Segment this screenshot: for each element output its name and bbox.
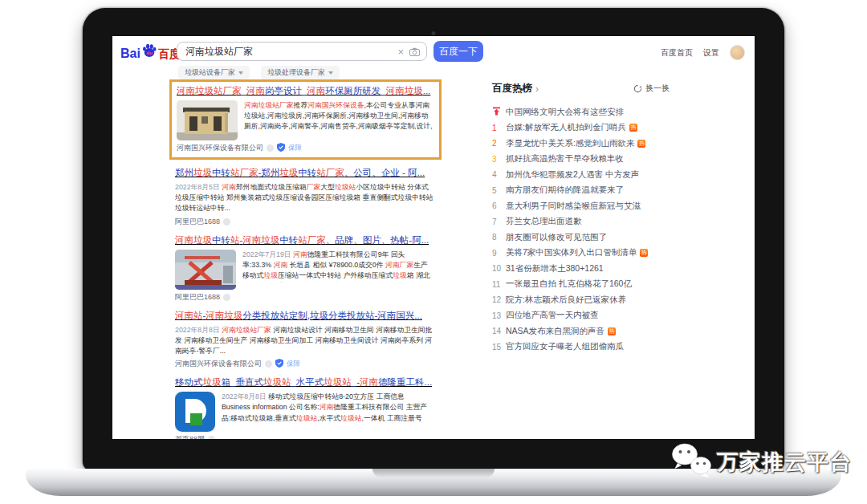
link-baidu-home[interactable]: 百度首页 [661, 47, 693, 59]
result-title-link[interactable]: 河南垃圾中转站-河南垃圾中转站厂家、品牌、图片、热帖-阿... [175, 234, 434, 246]
text-segment: 厂家 [307, 183, 321, 191]
filter-chip[interactable]: 垃圾处理设备厂家 [261, 66, 340, 79]
hot-item-text: 31省份新增本土380+1261 [506, 263, 604, 274]
chevron-down-icon [328, 71, 333, 75]
hot-badge-icon: 热 [640, 249, 648, 257]
result-source-name: 首页88网 [175, 434, 205, 439]
filter-chip[interactable]: 垃圾站设备厂家 [178, 66, 250, 79]
text-segment: 压缩站一体式中转站 户外移动压缩式 [278, 271, 393, 279]
hot-search-item[interactable]: 15官方回应女子曝老人组团偷南瓜 [492, 339, 733, 356]
result-thumbnail[interactable] [177, 100, 238, 140]
hot-search-item[interactable]: 13四位地产高管一天内被查 [492, 308, 733, 324]
result-source: 首页88网 [175, 434, 434, 439]
results-list: 河南垃圾站厂家_河南岗亭设计_河南环保厕所研发_河南垃圾...河南垃圾站厂家推荐… [175, 79, 434, 439]
hot-search-item[interactable]: 14NASA发布来自黑洞的声音热 [492, 323, 733, 339]
hot-search-title[interactable]: 百度热榜 [492, 82, 532, 96]
hot-item-text: 官方回应女子曝老人组团偷南瓜 [506, 341, 624, 352]
text-segment: 河南垃圾站厂家 [222, 326, 271, 334]
text-segment: 垃圾站 [340, 414, 361, 422]
text-segment: 垃圾 [193, 168, 212, 177]
text-segment: 站厂家 [230, 168, 258, 177]
hot-item-text: 美将7家中国实体列入出口管制清单 [506, 247, 637, 258]
shield-icon [275, 359, 283, 369]
hot-search-item[interactable]: 5南方朋友们期待的降温就要来了 [492, 183, 733, 199]
result-source: 河南国兴环保设备有限公司保障 [175, 359, 434, 369]
result-title-link[interactable]: 移动式垃圾箱_垂直式垃圾站_水平式垃圾站_-河南德隆重工科... [175, 376, 434, 388]
text-segment: 河南 [360, 377, 378, 387]
hot-rank: 2 [492, 139, 506, 148]
result-source: 河南国兴环保设备有限公司保障 [177, 143, 434, 153]
hot-search-item[interactable]: 12院方:林志颖术后良好已返家休养 [492, 292, 733, 308]
result-description: 2022年8月8日 河南垃圾站厂家 河南垃圾站设计 河南移动卫生间 河南移动卫生… [175, 325, 434, 357]
refresh-button[interactable]: 换一换 [633, 83, 670, 94]
result-thumbnail[interactable] [175, 392, 215, 432]
text-segment: 垃圾 [393, 271, 407, 279]
camera-icon[interactable] [409, 47, 426, 56]
laptop-lid-notch [372, 469, 495, 478]
webcam-dot-icon [432, 31, 436, 35]
hot-rank: 11 [492, 280, 506, 289]
hot-search-item[interactable]: 8朋友圈可以修改可见范围了 [492, 230, 733, 246]
text-segment: ,水平式 [317, 414, 340, 422]
text-segment: 岗亭设计 [265, 86, 302, 96]
result-source-name: 河南国兴环保设备有限公司 [175, 359, 262, 369]
search-result: 河南站-河南垃圾分类投放站定制,垃圾分类投放站-河南国兴...2022年8月8日… [175, 310, 434, 370]
search-result-highlighted: 河南垃圾站厂家_河南岗亭设计_河南环保厕所研发_河南垃圾...河南垃圾站厂家推荐… [169, 79, 442, 160]
avatar[interactable] [730, 45, 745, 60]
hot-search-item[interactable]: 中国网络文明大会将有这些安排 [492, 104, 733, 120]
hot-item-text: 朋友圈可以修改可见范围了 [506, 232, 607, 243]
text-segment: 河南 [307, 86, 325, 96]
text-segment: 河南 [274, 261, 288, 269]
text-segment: 垃圾站 [263, 377, 291, 387]
hot-search-item[interactable]: 2李显龙忧中美关系:感觉到山雨欲来热 [492, 136, 733, 152]
browser-screen: Bai du 百度 河南垃圾站厂家 × 百度一下 百度首页 设置 垃圾站设备厂家… [112, 36, 755, 439]
hot-rank: 14 [492, 327, 506, 335]
hot-item-text: 院方:林志颖术后良好已返家休养 [506, 295, 626, 306]
hot-search-item[interactable]: 1台媒:解放军无人机拍到金门哨兵热 [492, 120, 733, 136]
result-title-link[interactable]: 郑州垃圾中转站厂家-郑州垃圾中转站厂家、公司、企业 - 阿... [175, 167, 434, 179]
page: Bai du 百度 河南垃圾站厂家 × 百度一下 百度首页 设置 垃圾站设备厂家… [0, 0, 867, 504]
hot-rank: 8 [492, 233, 506, 242]
text-segment: 推荐 [294, 101, 308, 109]
result-title-link[interactable]: 河南垃圾站厂家_河南岗亭设计_河南环保厕所研发_河南垃圾... [177, 85, 434, 97]
search-result: 郑州垃圾中转站厂家-郑州垃圾中转站厂家、公司、企业 - 阿...2022年8月5… [175, 167, 434, 227]
hot-search-panel: 百度热榜 › 换一换 中国网络文明大会将有这些安排1台媒:解放军无人机拍到金门哨… [492, 82, 733, 355]
result-body: 2022年8月8日 河南垃圾站厂家 河南垃圾站设计 河南移动卫生间 河南移动卫生… [175, 325, 434, 357]
text-segment: 河南 [293, 250, 307, 258]
hot-item-text: 李显龙忧中美关系:感觉到山雨欲来 [506, 138, 634, 149]
text-segment: 垃圾站 [324, 377, 352, 387]
result-thumbnail[interactable] [175, 250, 236, 290]
text-segment: 河南 [222, 183, 236, 191]
watermark-text: 万家推云平台 [717, 448, 852, 477]
result-description: 河南垃圾站厂家推荐河南国兴环保设备,本公司专业从事河南垃圾站,河南垃圾房,河南环… [244, 100, 434, 133]
clear-icon[interactable]: × [392, 46, 409, 58]
hot-search-item[interactable]: 3抓好抗高温热害干旱夺秋粮丰收 [492, 152, 733, 168]
baidu-logo[interactable]: Bai du 百度 [120, 43, 181, 62]
text-segment: 2022年8月8日 [222, 392, 268, 400]
hot-search-item[interactable]: 7芬兰女总理出面道歉 [492, 214, 733, 230]
hot-search-header: 百度热榜 › 换一换 [492, 82, 733, 96]
hot-search-item[interactable]: 6意大利男子同时感染猴痘新冠与艾滋 [492, 198, 733, 214]
text-segment: 中转 [279, 235, 298, 245]
favicon-placeholder-icon [223, 294, 230, 301]
hot-search-item[interactable]: 11一张最丑自拍 扎克伯格花了160亿 [492, 277, 733, 293]
hot-search-item[interactable]: 1031省份新增本土380+1261 [492, 261, 733, 277]
text-segment: _水平式 [291, 377, 324, 387]
hot-search-item[interactable]: 4加州仇华犯罪频发2人遇害 中方发声 [492, 167, 733, 183]
refresh-label: 换一换 [645, 83, 670, 94]
search-button[interactable]: 百度一下 [434, 41, 483, 62]
text-segment: 河南垃圾站厂家 [244, 101, 294, 109]
hot-item-text: 意大利男子同时感染猴痘新冠与艾滋 [506, 201, 641, 212]
favicon-placeholder-icon [265, 360, 272, 368]
text-segment: 环保厕所研发 [325, 86, 381, 96]
text-segment: 郑州 [175, 168, 193, 177]
text-segment: 、公司、企业 - 阿... [344, 168, 425, 177]
baidu-paw-icon: du [141, 43, 157, 62]
hot-search-item[interactable]: 9美将7家中国实体列入出口管制清单热 [492, 246, 733, 262]
favicon-placeholder-icon [208, 436, 215, 439]
result-title-link[interactable]: 河南站-河南垃圾分类投放站定制,垃圾分类投放站-河南国兴... [175, 310, 434, 322]
hot-item-text: 中国网络文明大会将有这些安排 [506, 107, 624, 118]
link-settings[interactable]: 设置 [703, 47, 719, 59]
hot-item-text: 台媒:解放军无人机拍到金门哨兵 [506, 122, 626, 133]
search-input[interactable]: 河南垃圾站厂家 × [177, 42, 427, 61]
